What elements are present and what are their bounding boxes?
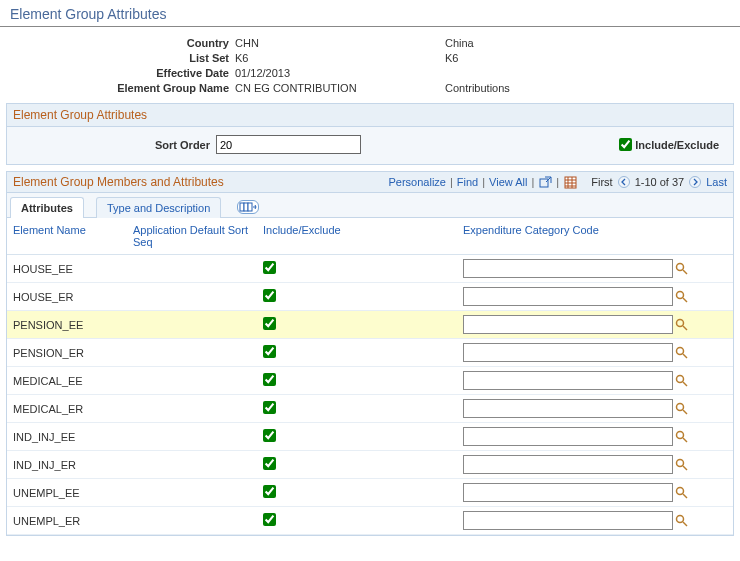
svg-line-23 <box>683 410 687 414</box>
tab-type-description[interactable]: Type and Description <box>96 197 221 218</box>
cell-include-exclude <box>257 255 457 283</box>
view-all-link[interactable]: View All <box>489 176 527 188</box>
svg-point-8 <box>690 177 701 188</box>
lookup-icon[interactable] <box>675 486 689 500</box>
svg-line-15 <box>683 298 687 302</box>
cell-sort-seq <box>127 283 257 311</box>
lookup-icon[interactable] <box>675 458 689 472</box>
nav-next-icon[interactable] <box>688 175 702 189</box>
svg-point-12 <box>677 263 684 270</box>
svg-point-30 <box>677 515 684 522</box>
svg-point-7 <box>618 177 629 188</box>
lookup-icon[interactable] <box>675 402 689 416</box>
lookup-icon[interactable] <box>675 514 689 528</box>
table-row: IND_INJ_EE <box>7 423 733 451</box>
row-include-checkbox[interactable] <box>263 289 276 302</box>
cell-element-name: MEDICAL_ER <box>7 395 127 423</box>
nav-prev-icon[interactable] <box>617 175 631 189</box>
cell-exp-cat <box>457 423 733 451</box>
exp-cat-input[interactable] <box>463 511 673 530</box>
personalize-link[interactable]: Personalize <box>388 176 445 188</box>
tab-attributes[interactable]: Attributes <box>10 197 84 218</box>
cell-sort-seq <box>127 395 257 423</box>
cell-exp-cat <box>457 339 733 367</box>
cell-element-name: MEDICAL_EE <box>7 367 127 395</box>
cell-include-exclude <box>257 367 457 395</box>
nav-last[interactable]: Last <box>706 176 727 188</box>
row-include-checkbox[interactable] <box>263 261 276 274</box>
col-element-name[interactable]: Element Name <box>7 218 127 255</box>
include-exclude-checkbox[interactable] <box>619 138 632 151</box>
row-include-checkbox[interactable] <box>263 401 276 414</box>
exp-cat-input[interactable] <box>463 259 673 278</box>
table-row: PENSION_ER <box>7 339 733 367</box>
exp-cat-input[interactable] <box>463 455 673 474</box>
cell-element-name: HOUSE_ER <box>7 283 127 311</box>
row-include-checkbox[interactable] <box>263 457 276 470</box>
row-include-checkbox[interactable] <box>263 345 276 358</box>
cell-include-exclude <box>257 451 457 479</box>
cell-exp-cat <box>457 395 733 423</box>
grid-container: Element Group Members and Attributes Per… <box>6 171 734 536</box>
table-row: MEDICAL_EE <box>7 367 733 395</box>
exp-cat-input[interactable] <box>463 371 673 390</box>
cell-sort-seq <box>127 507 257 535</box>
cell-element-name: UNEMPL_ER <box>7 507 127 535</box>
listset-desc: K6 <box>445 52 458 64</box>
svg-point-28 <box>677 487 684 494</box>
cell-exp-cat <box>457 507 733 535</box>
eg-name-desc: Contributions <box>445 82 510 94</box>
svg-point-16 <box>677 319 684 326</box>
cell-sort-seq <box>127 423 257 451</box>
cell-element-name: HOUSE_EE <box>7 255 127 283</box>
page-title: Element Group Attributes <box>0 0 740 27</box>
lookup-icon[interactable] <box>675 262 689 276</box>
download-spreadsheet-icon[interactable] <box>563 175 577 189</box>
col-include-exclude[interactable]: Include/Exclude <box>257 218 457 255</box>
show-all-columns-icon[interactable] <box>237 200 259 214</box>
grid-title: Element Group Members and Attributes <box>13 175 224 189</box>
groupbox-title: Element Group Attributes <box>7 104 733 127</box>
row-include-checkbox[interactable] <box>263 429 276 442</box>
find-link[interactable]: Find <box>457 176 478 188</box>
lookup-icon[interactable] <box>675 430 689 444</box>
exp-cat-input[interactable] <box>463 427 673 446</box>
exp-cat-input[interactable] <box>463 315 673 334</box>
svg-line-13 <box>683 270 687 274</box>
svg-line-27 <box>683 466 687 470</box>
lookup-icon[interactable] <box>675 346 689 360</box>
sort-order-input[interactable] <box>216 135 361 154</box>
svg-point-18 <box>677 347 684 354</box>
col-app-default-sort[interactable]: Application Default Sort Seq <box>127 218 257 255</box>
cell-exp-cat <box>457 367 733 395</box>
exp-cat-input[interactable] <box>463 287 673 306</box>
exp-cat-input[interactable] <box>463 483 673 502</box>
cell-exp-cat <box>457 283 733 311</box>
row-include-checkbox[interactable] <box>263 373 276 386</box>
table-row: PENSION_EE <box>7 311 733 339</box>
svg-line-19 <box>683 354 687 358</box>
row-include-checkbox[interactable] <box>263 317 276 330</box>
effdate-label: Effective Date <box>10 67 235 79</box>
lookup-icon[interactable] <box>675 318 689 332</box>
effdate-value: 01/12/2013 <box>235 67 445 79</box>
data-grid: Element Name Application Default Sort Se… <box>7 218 733 535</box>
cell-include-exclude <box>257 423 457 451</box>
cell-element-name: IND_INJ_EE <box>7 423 127 451</box>
exp-cat-input[interactable] <box>463 343 673 362</box>
lookup-icon[interactable] <box>675 290 689 304</box>
zoom-popup-icon[interactable] <box>538 175 552 189</box>
row-include-checkbox[interactable] <box>263 485 276 498</box>
lookup-icon[interactable] <box>675 374 689 388</box>
col-exp-cat-code[interactable]: Expenditure Category Code <box>457 218 733 255</box>
svg-point-24 <box>677 431 684 438</box>
nav-first[interactable]: First <box>591 176 612 188</box>
cell-sort-seq <box>127 255 257 283</box>
cell-exp-cat <box>457 479 733 507</box>
cell-sort-seq <box>127 311 257 339</box>
cell-sort-seq <box>127 451 257 479</box>
cell-element-name: IND_INJ_ER <box>7 451 127 479</box>
table-row: UNEMPL_ER <box>7 507 733 535</box>
row-include-checkbox[interactable] <box>263 513 276 526</box>
exp-cat-input[interactable] <box>463 399 673 418</box>
